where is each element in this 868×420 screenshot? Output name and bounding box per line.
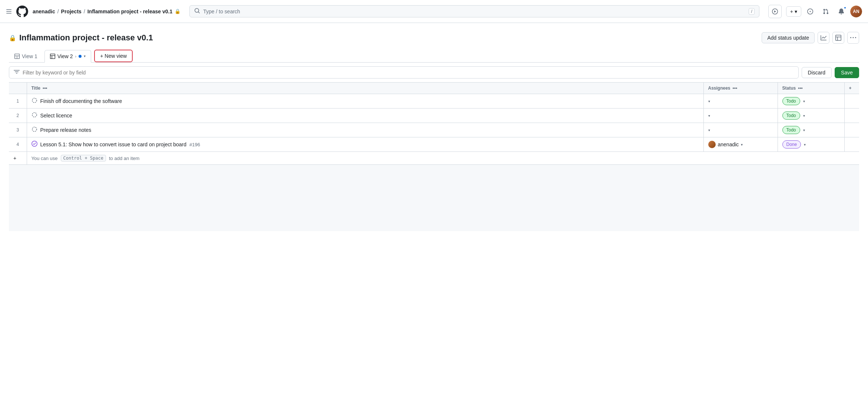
svg-point-2 (32, 127, 37, 131)
chevron-label: ▾ (795, 9, 797, 14)
row-title-1[interactable]: Finish off documenting the software (27, 94, 703, 109)
tab-view2[interactable]: View 2 › ▾ (44, 50, 91, 63)
project-table: Title ••• Assignees ••• Status ••• (9, 83, 859, 164)
status-dropdown-4[interactable]: ▾ (804, 143, 806, 147)
row-title-text-4: Lesson 5.1: Show how to convert issue to… (40, 141, 187, 147)
col-status-label: Status (782, 86, 796, 91)
col-header-add[interactable]: + (844, 83, 859, 94)
status-badge-1: Todo (782, 97, 800, 105)
row-assignees-4[interactable]: anenadic ▾ (703, 137, 778, 152)
row-assignees-2[interactable]: ▾ (703, 109, 778, 123)
add-item-row: + You can use Control + Space to add an … (9, 152, 859, 165)
draft-icon (32, 126, 37, 134)
breadcrumb-sep2: / (84, 9, 85, 14)
row-add-3 (844, 123, 859, 137)
add-item-text2: to add an item (109, 156, 139, 161)
view-tabs: View 1 View 2 › ▾ + New view (9, 50, 859, 63)
row-num-2: 2 (9, 109, 27, 123)
save-button[interactable]: Save (835, 67, 859, 78)
assignees-dropdown-3[interactable]: ▾ (708, 128, 710, 132)
row-assignees-3[interactable]: ▾ (703, 123, 778, 137)
add-status-update-button[interactable]: Add status update (762, 32, 815, 43)
row-status-2[interactable]: Todo ▾ (778, 109, 844, 123)
status-dropdown-2[interactable]: ▾ (803, 114, 805, 118)
user-avatar[interactable]: AN (850, 6, 862, 17)
assignees-dropdown-4[interactable]: ▾ (741, 143, 743, 147)
create-new-button[interactable]: + ▾ (786, 6, 801, 17)
col-title-label: Title (32, 86, 40, 91)
add-item-text-cell: You can use Control + Space to add an it… (27, 152, 859, 165)
row-status-1[interactable]: Todo ▾ (778, 94, 844, 109)
status-badge-4: Done (782, 140, 801, 149)
svg-point-1 (32, 113, 37, 117)
new-view-label: + New view (100, 53, 127, 59)
pull-requests-button[interactable] (819, 5, 832, 18)
row-add-1 (844, 94, 859, 109)
col-status-options[interactable]: ••• (798, 86, 803, 91)
empty-area (9, 164, 859, 231)
assignee-name-4: anenadic (718, 141, 739, 147)
search-slash-hint: / (749, 8, 754, 15)
row-num-1: 1 (9, 94, 27, 109)
status-badge-3: Todo (782, 126, 800, 134)
row-title-4[interactable]: Lesson 5.1: Show how to convert issue to… (27, 137, 703, 152)
row-title-text-3: Prepare release notes (40, 127, 92, 133)
project-lock-icon: 🔒 (9, 34, 16, 41)
tab-view1[interactable]: View 1 (9, 50, 43, 62)
status-dropdown-3[interactable]: ▾ (803, 128, 805, 132)
view2-dropdown-chevron[interactable]: ▾ (84, 54, 86, 58)
table-row: 2 Select licence ▾ (9, 109, 859, 123)
breadcrumb-user[interactable]: anenadic (33, 9, 55, 14)
row-title-2[interactable]: Select licence (27, 109, 703, 123)
discard-button[interactable]: Discard (802, 67, 832, 78)
assignees-dropdown-1[interactable]: ▾ (708, 99, 710, 103)
col-assignees-options[interactable]: ••• (733, 86, 738, 91)
col-header-assignees: Assignees ••• (703, 83, 778, 94)
col-header-num (9, 83, 27, 94)
notifications-button[interactable] (835, 5, 848, 18)
tab-view1-label: View 1 (22, 53, 37, 59)
col-title-options[interactable]: ••• (43, 86, 47, 91)
draft-icon (32, 97, 37, 105)
table-row: 3 Prepare release notes ▾ (9, 123, 859, 137)
project-title-text: Inflammation project - release v0.1 (19, 33, 153, 43)
add-item-kbd: Control + Space (61, 155, 106, 161)
breadcrumb: anenadic / Projects / Inflammation proje… (33, 9, 180, 14)
project-header-actions: Add status update (762, 32, 859, 44)
row-title-text-2: Select licence (40, 113, 72, 119)
layout-button[interactable] (832, 32, 844, 44)
add-col-button[interactable]: + (849, 86, 852, 91)
draft-icon (32, 112, 37, 119)
avatar-image: AN (850, 6, 862, 17)
more-options-button[interactable] (847, 32, 859, 44)
filter-input-field[interactable] (23, 70, 794, 76)
col-header-status: Status ••• (778, 83, 844, 94)
row-status-3[interactable]: Todo ▾ (778, 123, 844, 137)
row-status-4[interactable]: Done ▾ (778, 137, 844, 152)
assignees-dropdown-2[interactable]: ▾ (708, 114, 710, 118)
github-logo[interactable] (16, 6, 28, 17)
plus-label: + (790, 9, 793, 14)
table-header-row: Title ••• Assignees ••• Status ••• (9, 83, 859, 94)
insights-button[interactable] (818, 32, 829, 44)
svg-point-0 (32, 98, 37, 103)
add-item-text1: You can use (32, 156, 58, 161)
command-palette-button[interactable] (768, 5, 782, 18)
new-view-button[interactable]: + New view (94, 50, 133, 62)
search-bar[interactable]: Type / to search / (189, 5, 759, 17)
breadcrumb-projects[interactable]: Projects (61, 9, 82, 14)
hamburger-menu-button[interactable] (6, 8, 12, 14)
row-title-3[interactable]: Prepare release notes (27, 123, 703, 137)
filter-input-wrapper[interactable] (9, 66, 799, 79)
add-item-plus-button[interactable]: + (13, 155, 16, 161)
status-dropdown-1[interactable]: ▾ (803, 99, 805, 103)
topnav-actions: + ▾ AN (786, 5, 862, 18)
issues-button[interactable] (804, 5, 817, 18)
row-num-4: 4 (9, 137, 27, 152)
row-title-text-1: Finish off documenting the software (40, 98, 122, 104)
lock-icon: 🔒 (175, 9, 180, 14)
breadcrumb-current: Inflammation project - release v0.1 (87, 9, 173, 14)
row-add-2 (844, 109, 859, 123)
row-assignees-1[interactable]: ▾ (703, 94, 778, 109)
project-header: 🔒 Inflammation project - release v0.1 Ad… (9, 32, 859, 44)
